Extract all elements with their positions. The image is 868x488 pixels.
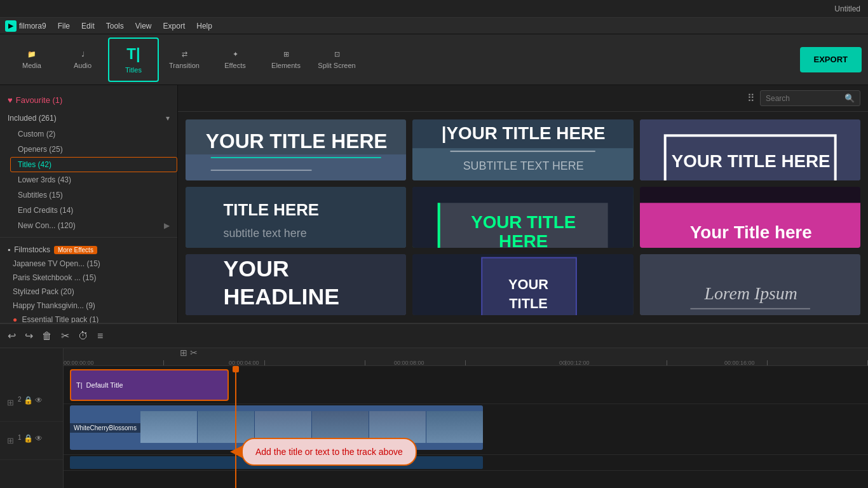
toolbar-transition[interactable]: ⇄ Transition — [159, 37, 210, 82]
grid-view-icon[interactable]: ⠿ — [747, 92, 755, 104]
svg-text:YOUR: YOUR — [224, 256, 289, 281]
toolbar-titles[interactable]: T| Titles — [108, 37, 159, 82]
menu-help[interactable]: Help — [196, 22, 212, 30]
filmstocks-header[interactable]: ▪ Filmstocks More Effects — [8, 243, 170, 257]
sidebar-item-essential-title-pack[interactable]: ● Essential Title pack (1) — [8, 313, 170, 323]
media-icon: 📁 — [27, 50, 36, 58]
app-title: Untitled — [834, 4, 860, 13]
search-icon: 🔍 — [844, 93, 855, 103]
delete-button[interactable]: 🗑 — [42, 330, 52, 342]
track-row-1: WhiteCherryBlossoms — [64, 404, 868, 455]
svg-text:YOUR: YOUR — [508, 276, 548, 292]
svg-rect-4 — [211, 170, 312, 171]
playhead-top — [233, 366, 239, 372]
title-thumb-6: YOUR HEADLINE HERE — [186, 254, 406, 315]
undo-button[interactable]: ↩ — [8, 330, 16, 342]
export-button[interactable]: EXPORT — [800, 47, 862, 72]
track-row-2: T| Default Title — [64, 366, 868, 404]
add-track-icon[interactable]: ⊞ — [180, 348, 187, 358]
titles-grid: YOUR TITLE HERE Default Title — [178, 112, 868, 323]
sidebar-item-openers[interactable]: Openers (25) — [10, 142, 177, 157]
sidebar-item-happy-thanksgiving[interactable]: Happy Thanksgivin... (9) — [8, 299, 170, 313]
elements-icon: ⊞ — [283, 50, 289, 58]
svg-text:YOUR TITLE HERE: YOUR TITLE HERE — [671, 151, 830, 171]
title-thumb-default: YOUR TITLE HERE — [186, 119, 406, 180]
title-card-default[interactable]: YOUR TITLE HERE Default Title — [186, 119, 406, 180]
eye-icon-2[interactable]: 👁 — [35, 396, 43, 409]
svg-text:HERE: HERE — [499, 231, 548, 248]
cut-button[interactable]: ✂ — [61, 330, 69, 342]
toolbar-elements[interactable]: ⊞ Elements — [261, 37, 311, 82]
included-section-header[interactable]: Included (261) ▾ — [0, 110, 177, 126]
settings-button[interactable]: ≡ — [97, 330, 103, 342]
heart-icon: ♥ — [8, 95, 13, 105]
title-thumb-5: Your Title here YOUR TITLE HERE — [640, 187, 860, 248]
history-button[interactable]: ⏱ — [78, 330, 88, 342]
title-card-3[interactable]: TITLE HERE subtitle text here Title 3 — [186, 187, 406, 248]
title-card-6[interactable]: YOUR HEADLINE HERE — [186, 254, 406, 315]
menu-tools[interactable]: Tools — [106, 22, 124, 30]
track-1-layout-icon: ⊞ — [5, 434, 16, 447]
menu-file[interactable]: File — [58, 22, 70, 30]
svg-rect-1 — [186, 154, 406, 180]
main-area: ♥ Favourite (1) Included (261) ▾ Custom … — [0, 85, 868, 323]
title-card-5[interactable]: Your Title here YOUR TITLE HERE Title 5 — [640, 187, 860, 248]
logo-icon: ▶ — [5, 20, 17, 32]
sidebar-item-japanese-tv[interactable]: Japanese TV Open... (15) — [8, 257, 170, 271]
svg-rect-19 — [438, 203, 440, 248]
track-1-icons: ⊞ 1 🔒 👁 — [5, 434, 43, 447]
toolbar-media[interactable]: 📁 Media — [6, 37, 57, 82]
svg-rect-8 — [451, 151, 595, 152]
menu-bar: ▶ filmora9 File Edit Tools View Export H… — [0, 18, 868, 34]
redo-button[interactable]: ↪ — [25, 330, 33, 342]
svg-text:SUBTITLE TEXT HERE: SUBTITLE TEXT HERE — [463, 159, 584, 172]
svg-rect-38 — [690, 308, 810, 309]
title-clip-icon: T| — [76, 381, 83, 389]
app-logo: ▶ filmora9 — [5, 20, 46, 32]
title-card-7[interactable]: YOUR TITLE HERE — [412, 254, 633, 315]
sidebar-item-lower3rds[interactable]: Lower 3rds (43) — [10, 172, 177, 187]
sidebar-item-new-content[interactable]: New Con... (120) ▶ — [10, 218, 177, 233]
title-card-8[interactable]: Lorem Ipsum — [640, 254, 860, 315]
filmstocks-icon: ▪ — [8, 245, 10, 254]
svg-text:|YOUR TITLE HERE: |YOUR TITLE HERE — [442, 123, 606, 143]
title-clip[interactable]: T| Default Title — [70, 369, 229, 401]
title-bar: Untitled — [0, 0, 868, 18]
title-card-4[interactable]: YOUR TITLE HERE Title 4 — [412, 187, 633, 248]
toolbar-split-screen[interactable]: ⊡ Split Screen — [311, 37, 362, 82]
menu-edit[interactable]: Edit — [81, 22, 95, 30]
lock-icon-2[interactable]: 🔒 — [24, 396, 33, 409]
favourite-item[interactable]: ♥ Favourite (1) — [0, 90, 177, 110]
search-input[interactable] — [766, 94, 842, 103]
hint-text: Add the title or text to the track above — [255, 447, 403, 457]
menu-export[interactable]: Export — [163, 22, 186, 30]
sidebar-item-stylized-pack[interactable]: Stylized Pack (20) — [8, 285, 170, 299]
toolbar-titles-label: Titles — [125, 66, 142, 74]
eye-icon-1[interactable]: 👁 — [35, 434, 43, 447]
tracks-area: T| Default Title WhiteCherryBlossoms — [64, 366, 868, 488]
more-effects-badge[interactable]: More Effects — [54, 246, 97, 254]
chevron-down-icon: ▾ — [166, 114, 170, 123]
search-bar: ⠿ 🔍 — [178, 85, 868, 112]
menu-view[interactable]: View — [135, 22, 152, 30]
filmstocks-section: ▪ Filmstocks More Effects Japanese TV Op… — [0, 237, 177, 323]
split-screen-icon: ⊡ — [334, 50, 340, 58]
sidebar-item-subtitles[interactable]: Subtitles (15) — [10, 187, 177, 203]
sidebar-item-paris-sketchbook[interactable]: Paris Sketchbook ... (15) — [8, 271, 170, 285]
content-panel: ⠿ 🔍 YOUR TITLE HERE — [178, 85, 868, 323]
title-card-2[interactable]: YOUR TITLE HERE SUBTITLE Title 2 — [640, 119, 860, 180]
svg-text:HEADLINE: HEADLINE — [224, 284, 340, 309]
logo-text: filmora9 — [19, 22, 46, 30]
timeline-section: ↩ ↪ 🗑 ✂ ⏱ ≡ ⊞ 2 🔒 👁 ⊞ 1 — [0, 323, 868, 488]
title-card-1[interactable]: |YOUR TITLE HERE SUBTITLE TEXT HERE Titl… — [412, 119, 633, 180]
toolbar-audio[interactable]: ♩ Audio — [57, 37, 108, 82]
sidebar-item-end-credits[interactable]: End Credits (14) — [10, 203, 177, 218]
sidebar-item-titles[interactable]: Titles (42) — [10, 157, 177, 172]
toolbar-effects[interactable]: ✦ Effects — [210, 37, 261, 82]
title-thumb-8: Lorem Ipsum — [640, 254, 860, 315]
sidebar: ♥ Favourite (1) Included (261) ▾ Custom … — [0, 85, 178, 323]
sidebar-item-custom[interactable]: Custom (2) — [10, 126, 177, 142]
playhead[interactable] — [235, 366, 236, 488]
scissors-icon[interactable]: ✂ — [190, 348, 198, 358]
lock-icon-1[interactable]: 🔒 — [24, 434, 33, 447]
